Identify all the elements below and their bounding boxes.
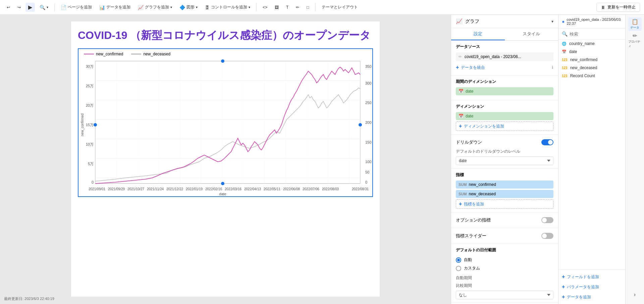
chart-container[interactable]: new_confirmed new_deceased — [78, 48, 373, 197]
add-data-label: データを追加 — [106, 4, 130, 10]
divider-1 — [54, 3, 55, 11]
theme-button[interactable]: テーマとレイアウト — [319, 3, 361, 11]
text-button[interactable]: T — [283, 4, 291, 11]
compare-period-label: 比較期間 — [456, 283, 553, 289]
confirmed-line-icon — [84, 54, 94, 54]
add-field-link[interactable]: + フィールドを追加 — [562, 272, 622, 281]
field-date[interactable]: 📅 date — [558, 48, 625, 56]
redo-button[interactable]: ↪ — [15, 4, 23, 11]
code-button[interactable]: <> — [260, 4, 270, 11]
add-metric-link[interactable]: + 指標を追加 — [456, 199, 553, 209]
legend-deceased: new_deceased — [131, 52, 170, 56]
legend-confirmed-label: new_confirmed — [96, 52, 123, 56]
legend-deceased-label: new_deceased — [143, 52, 170, 56]
tab-settings[interactable]: 設定 — [451, 28, 505, 40]
add-page-button[interactable]: 📄 ページを追加 — [58, 3, 95, 11]
data-source-item[interactable]: ✏ covid19_open_data - 2023/06... — [456, 52, 553, 61]
period-selects: 自動期間 比較期間 なし — [456, 275, 553, 299]
add-control-button[interactable]: 🎛 コントロールを追加 ▾ — [202, 3, 253, 11]
pause-button[interactable]: ⏸ 更新を一時停止 — [596, 3, 640, 12]
auto-radio-row[interactable]: 自動 — [456, 256, 553, 264]
expand-panel-button[interactable]: › — [628, 288, 642, 301]
metric-chip-deceased[interactable]: SUM new_deceased — [456, 190, 553, 198]
add-graph-button[interactable]: 📈 グラフを追加 ▾ — [135, 3, 175, 11]
property-icon-label: プロパティ — [628, 40, 642, 48]
data-source-header: ● covid19_open_data - 2023/06/03 22:37 — [562, 17, 622, 26]
shape2-button[interactable]: □ — [304, 4, 312, 11]
drilldown-toggle[interactable] — [541, 139, 553, 145]
svg-point-41 — [94, 123, 97, 126]
field-new-confirmed-label: new_confirmed — [570, 57, 597, 62]
chart-svg-wrapper: 30万 25万 20万 15万 10万 5万 0 new_confirmed 3… — [78, 58, 372, 196]
add-data-label: データを追加 — [567, 294, 591, 300]
dimension-chip[interactable]: 📅 date — [456, 112, 553, 120]
field-country-name[interactable]: 🌐 country_name — [558, 40, 625, 48]
merge-data-link[interactable]: + データを統合 ℹ — [456, 63, 553, 72]
draw-button[interactable]: ✏ — [293, 4, 302, 11]
graph-title: 📈 グラフ — [456, 18, 479, 24]
edit-icon: ✏ — [459, 54, 462, 59]
optional-metric-toggle[interactable] — [541, 217, 553, 223]
svg-text:2021/12/22: 2021/12/22 — [166, 187, 183, 191]
svg-text:2021/11/24: 2021/11/24 — [147, 187, 164, 191]
status-text: 最終更新日: 2023/6/3 22:40:19 — [4, 297, 54, 301]
auto-radio[interactable] — [456, 257, 461, 263]
property-icon: ✏ — [633, 33, 637, 39]
add-data-link[interactable]: + データを追加 — [562, 293, 622, 301]
drilldown-level-label: デフォルトのドリルダウンのレベル — [456, 149, 553, 154]
svg-text:2022/05/11: 2022/05/11 — [264, 187, 280, 191]
svg-text:30万: 30万 — [86, 64, 94, 68]
custom-radio-row[interactable]: カスタム — [456, 264, 553, 272]
add-data-button[interactable]: 📊 データを追加 — [97, 3, 133, 11]
svg-text:date: date — [219, 192, 226, 195]
svg-text:2022/04/13: 2022/04/13 — [244, 187, 261, 191]
field-record-count[interactable]: 123 Record Count — [558, 72, 625, 80]
data-panel-icon-btn[interactable]: 📋 データ — [628, 17, 642, 31]
custom-radio[interactable] — [456, 266, 461, 271]
period-dimension-chip[interactable]: 📅 date — [456, 87, 553, 95]
chart-legend: new_confirmed new_deceased — [78, 49, 372, 58]
zoom-button[interactable]: 🔍 ▾ — [37, 3, 51, 11]
drilldown-toggle-row: ドリルダウン — [456, 138, 553, 147]
metric-chip-confirmed[interactable]: SUM new_confirmed — [456, 181, 553, 189]
field-country-name-label: country_name — [569, 41, 595, 46]
data-panel: ● covid19_open_data - 2023/06/03 22:37 🔍… — [558, 15, 625, 304]
merge-data-label: データを統合 — [461, 65, 485, 70]
tab-style[interactable]: スタイル — [505, 28, 558, 40]
add-dimension-link[interactable]: + ディメンションを追加 — [456, 121, 553, 131]
add-parameter-link[interactable]: + パラメータを追加 — [562, 283, 622, 291]
metric-slider-toggle[interactable] — [541, 233, 553, 239]
svg-text:150: 150 — [365, 140, 371, 144]
metrics-section: 指標 SUM new_confirmed SUM new_deceased + … — [451, 169, 558, 212]
auto-label: 自動 — [464, 257, 472, 263]
data-icon-label: データ — [630, 26, 639, 30]
chart-svg: 30万 25万 20万 15万 10万 5万 0 new_confirmed 3… — [78, 58, 374, 195]
image-button[interactable]: 🖼 — [272, 4, 281, 11]
chart-icon: 📈 — [456, 18, 463, 24]
search-input[interactable] — [570, 32, 626, 37]
date-range-section: デフォルトの日付範囲 自動 カスタム 自動期間 比較期間 なし — [451, 244, 558, 303]
drilldown-level-select[interactable]: date — [456, 156, 553, 165]
number-icon-2: 123 — [562, 66, 568, 70]
graph-dropdown-icon[interactable]: ▾ — [551, 19, 553, 24]
field-new-deceased[interactable]: 123 new_deceased — [558, 64, 625, 72]
date-range-title: デフォルトの日付範囲 — [456, 247, 553, 253]
compare-period-select[interactable]: なし — [456, 291, 553, 299]
divider-3 — [315, 3, 316, 11]
undo-button[interactable]: ↩ — [4, 4, 13, 11]
graph-title-text: グラフ — [465, 18, 479, 24]
period-dimension-value: date — [466, 89, 473, 94]
add-shape-button[interactable]: 🔷 図形 ▾ — [177, 3, 200, 11]
property-panel-icon-btn[interactable]: ✏ プロパティ — [628, 34, 642, 47]
add-page-label: ページを追加 — [68, 4, 92, 10]
drilldown-section: ドリルダウン デフォルトのドリルダウンのレベル date — [451, 135, 558, 169]
svg-text:2022/08/03: 2022/08/03 — [322, 187, 339, 191]
theme-label: テーマとレイアウト — [322, 4, 358, 10]
svg-point-42 — [359, 123, 362, 126]
field-new-confirmed[interactable]: 123 new_confirmed — [558, 56, 625, 64]
data-source-section: データソース ✏ covid19_open_data - 2023/06... … — [451, 41, 558, 75]
svg-text:20万: 20万 — [86, 103, 94, 107]
cursor-button[interactable]: ▶ — [25, 3, 35, 12]
svg-point-43 — [221, 59, 224, 63]
data-source-title: データソース — [456, 44, 553, 50]
